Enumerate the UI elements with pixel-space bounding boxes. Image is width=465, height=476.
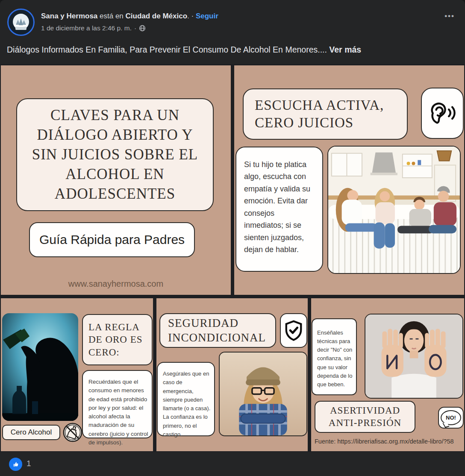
ear-icon (427, 101, 458, 126)
ear-icon-box (421, 88, 464, 139)
asertividad-body: Enséñales técnicas para decir "No" con c… (312, 318, 357, 395)
post-byline: Sana y Hermosa está en Ciudad de México.… (41, 12, 218, 21)
see-more-button[interactable]: Ver más (329, 45, 361, 54)
byline-connector: está en (100, 12, 124, 20)
page-name-link[interactable]: Sana y Hermosa (41, 12, 97, 20)
no-alcohol-icon (62, 422, 83, 443)
family-photo (327, 146, 461, 274)
shield-icon-box (280, 313, 307, 348)
woman-no-hands-illustration: N O (365, 314, 462, 398)
source-text: Fuente: https://libreriafisac.org.mx/det… (315, 438, 464, 445)
regla-title: LA REGLA DE ORO ES CERO: (82, 314, 153, 365)
avatar[interactable] (7, 9, 35, 36)
panel-asertividad[interactable]: Enséñales técnicas para decir "No" con c… (311, 298, 464, 451)
post-image-collage: CLAVES PARA UN DIÁLOGO ABIERTO Y SIN JUI… (0, 64, 465, 452)
no-bubble-box: NO! (438, 407, 464, 429)
post-header: Sana y Hermosa está en Ciudad de México.… (0, 0, 465, 43)
cero-alcohol-badge: Cero Alcohol (2, 425, 60, 440)
intro-subtitle: Guía Rápida para Padres (29, 222, 195, 257)
panel-seguridad[interactable]: SEGURIDAD INCONDICIONAL Asegúrales que e… (156, 298, 308, 451)
escucha-title: ESCUCHA ACTIVA, CERO JUICIOS (243, 88, 408, 140)
meta-separator: · (134, 24, 136, 32)
follow-button[interactable]: Seguir (196, 12, 218, 20)
thumbs-up-icon (12, 461, 19, 468)
post-message-text: Diálogos Informados En Familia, Para Pre… (7, 45, 327, 54)
shield-check-icon (284, 320, 303, 342)
panel-escucha-activa[interactable]: ESCUCHA ACTIVA, CERO JUICIOS Si tu hijo … (234, 65, 464, 295)
post-message: Diálogos Informados En Familia, Para Pre… (7, 45, 460, 55)
seguridad-title: SEGURIDAD INCONDICIONAL (159, 313, 276, 348)
like-reaction-icon[interactable] (9, 458, 22, 471)
intro-title: CLAVES PARA UN DIÁLOGO ABIERTO Y SIN JUI… (16, 98, 214, 211)
escucha-body: Si tu hijo te platica algo, escucha con … (235, 147, 323, 272)
location-link[interactable]: Ciudad de México (126, 12, 188, 20)
silhouette-drinking-photo (2, 313, 78, 421)
facebook-post-card: Sana y Hermosa está en Ciudad de México.… (0, 0, 465, 476)
regla-body: Recuérdales que el consumo en menores de… (82, 370, 153, 438)
timestamp-link[interactable]: 1 de diciembre a las 2:46 p. m. (41, 24, 132, 32)
no-hands-photo: N O (365, 314, 463, 399)
panel-intro[interactable]: CLAVES PARA UN DIÁLOGO ABIERTO Y SIN JUI… (1, 65, 231, 295)
speech-bubble-no: NO! (441, 410, 461, 425)
like-count[interactable]: 1 (26, 459, 31, 468)
silhouette-drinking-illustration (2, 313, 78, 421)
website-text: www.sanayhermosa.com (1, 279, 231, 289)
panel-regla-de-oro[interactable]: LA REGLA DE ORO ES CERO: Recuérdales que… (1, 298, 153, 451)
teen-girl-illustration (220, 353, 306, 435)
post-meta: 1 de diciembre a las 2:46 p. m. · (41, 24, 146, 32)
asertividad-title: ASERTIVIDAD ANTI-PRESIÓN (315, 401, 415, 433)
teen-girl-photo (219, 352, 307, 436)
more-options-icon[interactable]: ••• (444, 12, 455, 21)
family-on-couch-illustration (328, 147, 460, 273)
seguridad-body: Asegúrales que en caso de emergencia, si… (157, 362, 215, 436)
snow-globe-logo-icon (10, 11, 32, 33)
globe-icon (139, 25, 146, 32)
